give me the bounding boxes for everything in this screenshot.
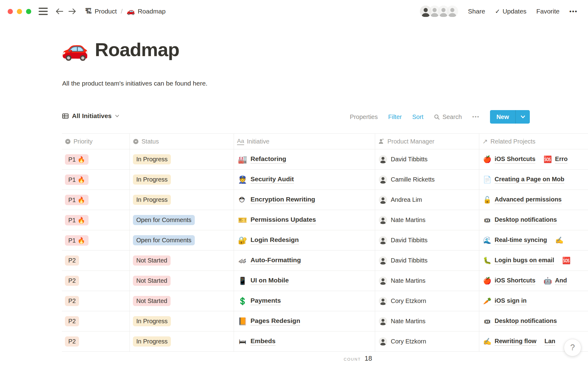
product-manager-name[interactable]: Andrea Lim — [391, 196, 422, 203]
search-button[interactable]: Search — [434, 113, 462, 121]
status-badge[interactable]: In Progress — [133, 336, 171, 347]
priority-badge[interactable]: P2 — [65, 336, 79, 347]
zoom-button[interactable] — [26, 9, 31, 14]
product-manager-name[interactable]: Camille Ricketts — [391, 176, 435, 183]
related-project-link[interactable]: Erro — [555, 155, 567, 163]
initiative-page-link[interactable]: Encryption Rewriting — [251, 196, 315, 204]
sidebar-toggle[interactable] — [39, 8, 48, 15]
related-project-link[interactable]: Desktop notifications — [495, 216, 557, 224]
related-project-link[interactable]: Rewriting flow — [495, 338, 537, 346]
view-more-button[interactable]: ••• — [472, 114, 480, 120]
forward-button[interactable] — [68, 8, 77, 15]
related-project-link[interactable]: Advanced permissions — [495, 196, 562, 204]
status-badge[interactable]: Not Started — [133, 276, 171, 286]
initiative-page-link[interactable]: Auto-Formatting — [251, 256, 301, 265]
status-badge[interactable]: In Progress — [133, 316, 171, 326]
related-project-link[interactable]: Real-time syncing — [495, 236, 547, 244]
related-project-emoji-icon: ✍ — [483, 338, 492, 345]
relation-property-icon: ↗ — [482, 138, 488, 145]
priority-badge[interactable]: P1 🔥 — [65, 215, 89, 225]
page-description[interactable]: All the product team's initiatives can b… — [62, 80, 207, 87]
related-project-emoji-icon: 🤖 — [543, 278, 552, 284]
share-button[interactable]: Share — [468, 8, 485, 15]
related-project-link[interactable]: Lan — [545, 338, 556, 346]
status-badge[interactable]: In Progress — [133, 154, 171, 164]
priority-badge[interactable]: P1 🔥 — [65, 235, 89, 246]
related-project-link[interactable]: iOS sign in — [495, 297, 526, 305]
column-header-initiative[interactable]: Aa Initiative — [234, 134, 375, 149]
related-project-link[interactable]: Desktop notifications — [495, 317, 557, 325]
page-title[interactable]: Roadmap — [95, 40, 179, 59]
status-badge[interactable]: In Progress — [133, 174, 171, 185]
product-manager-cell: Andrea Lim — [375, 190, 479, 210]
favorite-button[interactable]: Favorite — [536, 8, 560, 15]
table-row: P2 In Progress 🛏 Embeds Cory Etzkorn — [62, 332, 588, 352]
table-row: P1 🔥 In Progress ⛑ Encryption Rewriting … — [62, 190, 588, 210]
page-icon-car-emoji[interactable]: 🚗 — [61, 37, 89, 59]
initiative-page-link[interactable]: Pages Redesign — [251, 317, 300, 325]
avatar — [379, 175, 387, 184]
column-header-related-projects[interactable]: ↗ Related Projects — [479, 134, 588, 149]
initiative-page-link[interactable]: Login Redesign — [251, 236, 299, 244]
initiative-page-link[interactable]: Embeds — [251, 337, 276, 346]
status-badge[interactable]: Open for Comments — [133, 235, 195, 245]
priority-cell: P2 — [62, 291, 130, 311]
related-project-link[interactable]: And — [555, 277, 567, 285]
column-header-priority[interactable]: Priority — [62, 134, 130, 149]
related-project-link[interactable]: Login bugs on email — [495, 257, 554, 265]
back-button[interactable] — [55, 8, 64, 15]
page-header: 🚗 Roadmap — [61, 37, 179, 59]
status-cell: Open for Comments — [130, 230, 234, 250]
product-manager-name[interactable]: Cory Etzkorn — [391, 297, 426, 305]
breadcrumb-item-roadmap[interactable]: 🚗 Roadmap — [126, 8, 166, 15]
product-manager-name[interactable]: Nate Martins — [391, 217, 425, 224]
minimize-button[interactable] — [17, 9, 22, 14]
avatar[interactable] — [447, 6, 458, 17]
filter-button[interactable]: Filter — [388, 113, 402, 121]
initiative-cell: 📙 Pages Redesign — [234, 311, 375, 331]
table-count-row: COUNT 18 — [62, 355, 372, 362]
product-manager-name[interactable]: David Tibbitts — [391, 237, 428, 244]
priority-badge[interactable]: P2 — [65, 255, 79, 266]
product-manager-name[interactable]: Nate Martins — [391, 277, 425, 284]
related-project-link[interactable]: iOS Shortcuts — [495, 277, 535, 285]
new-button[interactable]: New — [490, 110, 530, 124]
status-cell: In Progress — [130, 149, 234, 169]
product-manager-name[interactable]: David Tibbitts — [391, 257, 428, 264]
priority-badge[interactable]: P1 🔥 — [65, 195, 89, 205]
column-header-product-manager[interactable]: Product Manager — [375, 134, 479, 149]
priority-badge[interactable]: P1 🔥 — [65, 154, 89, 165]
updates-button[interactable]: ✓ Updates — [495, 8, 526, 15]
initiative-emoji-icon: 📱 — [238, 277, 247, 285]
priority-badge[interactable]: P2 — [65, 276, 79, 286]
more-options-button[interactable]: ••• — [569, 8, 578, 15]
close-button[interactable] — [8, 9, 13, 14]
status-badge[interactable]: Not Started — [133, 296, 171, 306]
initiative-page-link[interactable]: Permissions Updates — [251, 216, 316, 224]
column-header-status[interactable]: Status — [130, 134, 234, 149]
initiative-page-link[interactable]: Payments — [251, 297, 281, 305]
count-value[interactable]: 18 — [365, 355, 372, 362]
status-badge[interactable]: In Progress — [133, 195, 171, 205]
properties-button[interactable]: Properties — [350, 113, 378, 121]
sort-button[interactable]: Sort — [412, 113, 424, 121]
status-badge[interactable]: Open for Comments — [133, 215, 195, 225]
product-manager-name[interactable]: Cory Etzkorn — [391, 338, 426, 345]
related-project-link[interactable]: Creating a Page on Mob — [495, 176, 564, 184]
related-project-link[interactable]: iOS Shortcuts — [495, 155, 535, 163]
help-button[interactable]: ? — [564, 339, 581, 356]
initiative-page-link[interactable]: Security Audit — [251, 175, 294, 184]
initiative-page-link[interactable]: Refactoring — [251, 155, 286, 163]
status-badge[interactable]: Not Started — [133, 255, 171, 266]
new-dropdown-button[interactable] — [516, 110, 530, 124]
priority-badge[interactable]: P1 🔥 — [65, 174, 89, 185]
view-switcher[interactable]: All Initiatives — [62, 112, 119, 120]
product-manager-name[interactable]: David Tibbitts — [391, 156, 428, 163]
initiative-page-link[interactable]: UI on Mobile — [251, 277, 289, 285]
breadcrumb-item-product[interactable]: 🏗 Product — [85, 8, 117, 15]
view-name: All Initiatives — [72, 112, 112, 120]
product-manager-name[interactable]: Nate Martins — [391, 318, 425, 325]
avatar — [379, 196, 387, 204]
priority-badge[interactable]: P2 — [65, 316, 79, 326]
priority-badge[interactable]: P2 — [65, 296, 79, 306]
